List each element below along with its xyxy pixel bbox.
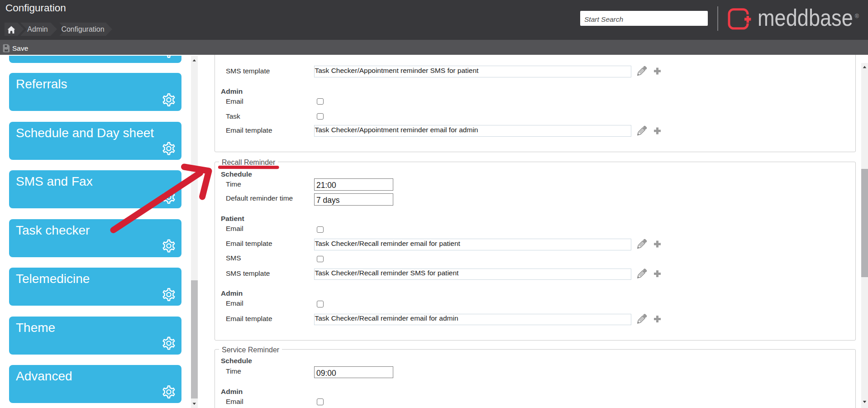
svg-text:Admin: Admin [27,25,48,33]
svg-text:Configuration: Configuration [61,25,104,33]
